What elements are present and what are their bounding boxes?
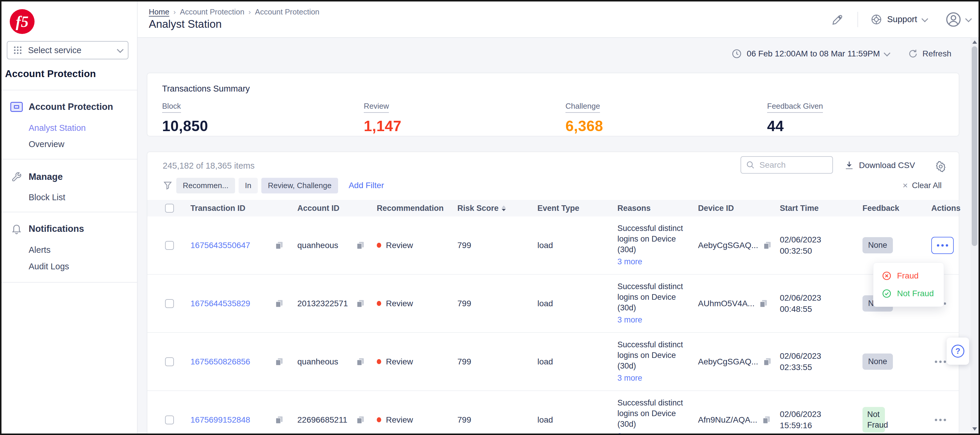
copy-icon[interactable] [355, 415, 365, 425]
fraud-icon [882, 271, 892, 281]
pencil-icon[interactable] [832, 13, 844, 26]
wrench-icon [10, 171, 23, 183]
download-csv-button[interactable]: Download CSV [844, 160, 915, 170]
event-type: load [538, 415, 617, 425]
scroll-down-arrow[interactable] [972, 427, 977, 430]
transaction-id-link[interactable]: 1675643550647 [191, 241, 250, 250]
breadcrumb-item[interactable]: Account Protection [180, 7, 244, 16]
chevron-down-icon [965, 15, 972, 22]
service-selector[interactable]: Select service [7, 41, 129, 59]
transaction-id-link[interactable]: 1675650826856 [191, 357, 250, 366]
copy-icon[interactable] [274, 415, 284, 425]
sidebar-item-audit-logs[interactable]: Audit Logs [29, 262, 69, 271]
stat-review: Review 1,147 [364, 102, 565, 135]
clear-all-button[interactable]: × Clear All [903, 180, 942, 190]
menu-item-not-fraud[interactable]: Not Fraud [882, 288, 944, 299]
row-actions-button[interactable] [935, 419, 946, 421]
sidebar-item-overview[interactable]: Overview [29, 139, 64, 149]
scrollbar-thumb[interactable] [972, 46, 977, 246]
more-reasons-link[interactable]: 3 more [617, 257, 642, 267]
sidebar: f5 Select service Account Protection Acc… [2, 2, 138, 433]
risk-score: 799 [457, 241, 538, 250]
table-settings-button[interactable] [935, 161, 947, 172]
filter-value-chip[interactable]: Review, Challenge [261, 178, 338, 193]
more-reasons-link[interactable]: 3 more [617, 431, 642, 435]
not-fraud-icon [882, 288, 892, 299]
row-checkbox[interactable] [165, 416, 174, 424]
copy-icon[interactable] [762, 357, 772, 366]
copy-icon[interactable] [355, 357, 365, 366]
breadcrumb-home[interactable]: Home [149, 7, 169, 16]
refresh-icon [908, 48, 918, 59]
transaction-id-link[interactable]: 1675699152848 [191, 415, 250, 425]
support-menu[interactable]: Support [870, 14, 927, 25]
app-window: { "brand": { "logo_text": "f5" }, "sideb… [0, 0, 980, 435]
event-type: load [538, 241, 617, 250]
row-actions-button[interactable] [931, 237, 954, 254]
more-reasons-link[interactable]: 3 more [617, 315, 642, 325]
sidebar-item-notifications[interactable]: Notifications [2, 222, 137, 236]
event-type: load [538, 299, 617, 308]
search-input[interactable] [759, 160, 824, 170]
filter-operator-chip[interactable]: In [239, 178, 258, 193]
sidebar-group-label: Manage [29, 172, 63, 182]
sidebar-item-analyst-station[interactable]: Analyst Station [29, 123, 86, 133]
stat-label-challenge[interactable]: Challenge [565, 102, 600, 113]
top-bar: Home › Account Protection › Account Prot… [138, 2, 978, 38]
risk-score: 799 [457, 357, 538, 366]
col-actions: Actions [931, 204, 961, 213]
divider [858, 12, 858, 27]
risk-score: 799 [457, 415, 538, 425]
stat-label-feedback-given[interactable]: Feedback Given [767, 102, 823, 113]
date-range-selector[interactable]: 06 Feb 12:00AM to 08 Mar 11:59PM [747, 49, 880, 59]
filter-field-chip[interactable]: Recommen... [176, 178, 235, 193]
stat-label-block[interactable]: Block [162, 102, 181, 113]
menu-item-fraud[interactable]: Fraud [882, 271, 944, 281]
copy-icon[interactable] [762, 241, 772, 250]
sidebar-item-block-list[interactable]: Block List [29, 193, 65, 202]
copy-icon[interactable] [274, 241, 284, 250]
copy-icon[interactable] [274, 357, 284, 366]
help-button[interactable]: ? [947, 338, 969, 365]
chevron-down-icon [117, 46, 124, 53]
col-start-time: Start Time [780, 204, 862, 213]
row-checkbox[interactable] [165, 299, 174, 308]
divider [2, 90, 137, 90]
device-id: Afn9NuZ/AQA... [698, 415, 757, 425]
sidebar-item-manage[interactable]: Manage [2, 170, 137, 184]
chevron-down-icon [921, 15, 928, 22]
col-risk-score[interactable]: Risk Score [457, 204, 538, 213]
stat-feedback-given: Feedback Given 44 [767, 102, 969, 135]
scroll-up-arrow[interactable] [972, 40, 977, 44]
more-reasons-link[interactable]: 3 more [617, 373, 642, 384]
main-content: 06 Feb 12:00AM to 08 Mar 11:59PM Refresh… [138, 38, 978, 433]
select-all-checkbox[interactable] [165, 204, 174, 213]
row-checkbox[interactable] [165, 357, 174, 366]
sidebar-section-title: Account Protection [5, 68, 96, 80]
chevron-down-icon[interactable] [884, 50, 891, 57]
device-id: AebyCgSGAQ... [698, 357, 758, 366]
copy-icon[interactable] [759, 299, 768, 308]
stat-block: Block 10,850 [162, 102, 364, 135]
start-date: 02/06/2023 [780, 293, 821, 303]
stat-label-review[interactable]: Review [364, 102, 389, 113]
row-checkbox[interactable] [165, 241, 174, 250]
actions-dropdown-menu: Fraud Not Fraud [873, 263, 944, 307]
copy-icon[interactable] [274, 299, 284, 308]
row-actions-button[interactable] [935, 360, 946, 363]
breadcrumb-separator: › [173, 8, 176, 16]
sidebar-item-account-protection[interactable]: Account Protection [2, 100, 137, 114]
sidebar-item-alerts[interactable]: Alerts [29, 245, 51, 255]
feedback-badge: None [862, 354, 893, 370]
copy-icon[interactable] [355, 241, 365, 250]
transaction-id-link[interactable]: 1675644535829 [191, 299, 250, 308]
add-filter-button[interactable]: Add Filter [349, 181, 384, 190]
table-row: 1675643550647 quanheous Review [147, 217, 959, 275]
refresh-button[interactable]: Refresh [908, 48, 951, 59]
sort-icon[interactable] [502, 206, 506, 211]
scrollbar[interactable] [970, 38, 978, 433]
copy-icon[interactable] [762, 415, 771, 425]
support-label: Support [887, 14, 917, 24]
copy-icon[interactable] [355, 299, 365, 308]
user-menu[interactable] [945, 11, 970, 27]
